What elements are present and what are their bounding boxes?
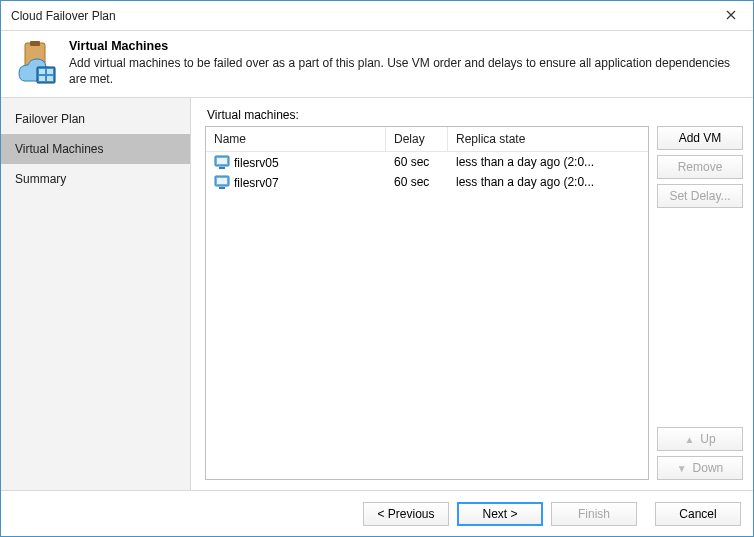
cell-name-text: filesrv05 <box>234 156 279 170</box>
cell-replica-state: less than a day ago (2:0... <box>448 154 648 170</box>
svg-rect-11 <box>217 178 227 184</box>
wizard-footer: < Previous Next > Finish Cancel <box>1 490 753 536</box>
vm-icon <box>214 154 230 170</box>
grid-body: filesrv05 60 sec less than a day ago (2:… <box>206 152 648 479</box>
svg-rect-5 <box>39 76 45 81</box>
cell-delay: 60 sec <box>386 174 448 190</box>
remove-button: Remove <box>657 155 743 179</box>
svg-rect-6 <box>47 76 53 81</box>
button-spacer <box>657 213 743 422</box>
svg-rect-8 <box>217 158 227 164</box>
move-up-button: ▲Up <box>657 427 743 451</box>
table-row[interactable]: filesrv05 60 sec less than a day ago (2:… <box>206 152 648 172</box>
wizard-step-description: Add virtual machines to be failed over a… <box>69 55 741 87</box>
vm-area: Name Delay Replica state filesrv05 60 se… <box>205 126 743 480</box>
vm-grid[interactable]: Name Delay Replica state filesrv05 60 se… <box>205 126 649 480</box>
header-icon <box>13 39 61 87</box>
close-icon <box>726 9 736 23</box>
wizard-step-title: Virtual Machines <box>69 39 741 53</box>
svg-rect-1 <box>30 41 40 46</box>
arrow-down-icon: ▼ <box>677 463 687 474</box>
wizard-header-text: Virtual Machines Add virtual machines to… <box>69 39 741 87</box>
close-button[interactable] <box>709 1 753 30</box>
col-header-replica-state[interactable]: Replica state <box>448 127 648 151</box>
cell-delay: 60 sec <box>386 154 448 170</box>
wizard-header: Virtual Machines Add virtual machines to… <box>1 31 753 98</box>
svg-rect-9 <box>219 167 225 169</box>
set-delay-button: Set Delay... <box>657 184 743 208</box>
step-summary[interactable]: Summary <box>1 164 190 194</box>
col-header-name[interactable]: Name <box>206 127 386 151</box>
table-row[interactable]: filesrv07 60 sec less than a day ago (2:… <box>206 172 648 192</box>
grid-header: Name Delay Replica state <box>206 127 648 152</box>
main-pane: Virtual machines: Name Delay Replica sta… <box>191 98 753 490</box>
cancel-button[interactable]: Cancel <box>655 502 741 526</box>
move-up-label: Up <box>700 432 715 446</box>
previous-button[interactable]: < Previous <box>363 502 449 526</box>
next-button[interactable]: Next > <box>457 502 543 526</box>
cell-name-text: filesrv07 <box>234 176 279 190</box>
vm-list-buttons: Add VM Remove Set Delay... ▲Up ▼Down <box>657 126 743 480</box>
cell-name: filesrv07 <box>206 173 386 191</box>
arrow-up-icon: ▲ <box>684 434 694 445</box>
step-failover-plan[interactable]: Failover Plan <box>1 104 190 134</box>
svg-rect-3 <box>39 69 45 74</box>
move-down-button: ▼Down <box>657 456 743 480</box>
wizard-steps: Failover Plan Virtual Machines Summary <box>1 98 191 490</box>
svg-rect-4 <box>47 69 53 74</box>
col-header-delay[interactable]: Delay <box>386 127 448 151</box>
move-down-label: Down <box>693 461 724 475</box>
add-vm-button[interactable]: Add VM <box>657 126 743 150</box>
window-title: Cloud Failover Plan <box>11 9 116 23</box>
vm-list-label: Virtual machines: <box>207 108 743 122</box>
cell-replica-state: less than a day ago (2:0... <box>448 174 648 190</box>
wizard-body: Failover Plan Virtual Machines Summary V… <box>1 98 753 490</box>
cell-name: filesrv05 <box>206 153 386 171</box>
svg-rect-12 <box>219 187 225 189</box>
step-virtual-machines[interactable]: Virtual Machines <box>1 134 190 164</box>
cloud-failover-plan-window: Cloud Failover Plan Virtual Machines Add… <box>0 0 754 537</box>
title-bar: Cloud Failover Plan <box>1 1 753 31</box>
finish-button: Finish <box>551 502 637 526</box>
vm-icon <box>214 174 230 190</box>
